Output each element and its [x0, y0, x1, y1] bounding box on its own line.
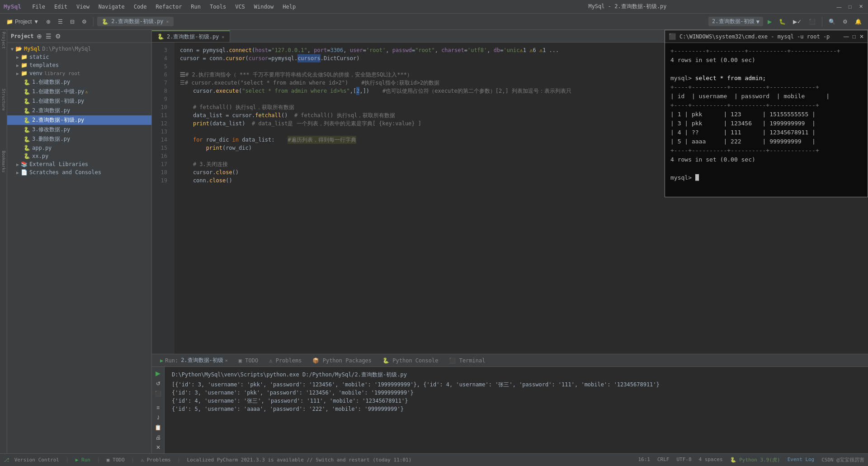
bottom-tab-run[interactable]: ▶ Run: 2.查询数据-初级 ✕ [156, 356, 232, 365]
tree-item-app[interactable]: 🐍 app.py [7, 144, 151, 152]
close-button[interactable]: ✕ [857, 3, 864, 10]
toolbar-layout-btn[interactable]: ☰ [55, 17, 66, 27]
run-config-dropdown[interactable]: 2.查询数据-初级 ▼ [708, 17, 763, 26]
tree-arrow-extlibs: ▶ [16, 162, 19, 167]
run-section: 2.查询数据-初级 ▼ ▶ 🐛 ▶✓ ⬛ 🔍 ⚙ 🔔 [708, 17, 864, 27]
cmd-minimize-btn[interactable]: — [844, 33, 849, 40]
bottom-tab-terminal[interactable]: ⬛ Terminal [444, 357, 490, 365]
file-tab-close[interactable]: ✕ [166, 19, 169, 24]
bottom-tab-todo[interactable]: ▣ TODO [234, 357, 263, 365]
toolbar-sync-btn[interactable]: ⊕ [43, 17, 53, 27]
tree-label-create-mid: 1.创建数据-中级.py [32, 88, 84, 95]
run-play-btn[interactable]: ▶ [155, 369, 161, 378]
run-print-btn[interactable]: 🖨 [155, 433, 162, 442]
title-bar-left: MySql FileEditViewNavigateCodeRefactorRu… [4, 3, 420, 11]
project-label-vert: Project [1, 32, 6, 49]
py-icon-1: 🐍 [24, 79, 30, 86]
search-button[interactable]: 🔍 [826, 17, 838, 27]
menu-item-view[interactable]: View [75, 3, 91, 11]
cursor-position[interactable]: 16:1 [638, 456, 650, 463]
encoding[interactable]: UTF-8 [676, 456, 691, 463]
line-ending[interactable]: CRLF [657, 456, 670, 463]
bookmarks-label-vert: Bookmarks [1, 151, 6, 173]
tree-label-static: static [29, 54, 49, 60]
project-dropdown[interactable]: 📁 Project ▼ [4, 17, 42, 27]
sidebar-add-btn[interactable]: ⊕ [36, 32, 43, 41]
run-tree-btn[interactable]: 📋 [154, 423, 162, 432]
debug-button[interactable]: 🐛 [776, 17, 788, 27]
tree-item-static[interactable]: ▶ 📁 static [7, 53, 151, 61]
tree-item-create-basic[interactable]: 🐍 1.创建数据-初级.py [7, 96, 151, 106]
run-panel-content: ▶ ↺ ⬛ ≡ ⤸ 📋 🖨 ✕ D:\Python\MySql\venv\Scr… [152, 367, 868, 453]
run-cmd-line: D:\Python\MySql\venv\Scripts\python.exe … [172, 371, 861, 379]
todo-status-label: ▣ TODO [107, 457, 125, 463]
menu-item-edit[interactable]: Edit [52, 3, 69, 11]
status-bar: ⎇ Version Control | ▶ Run | ▣ TODO | ⚠ P… [0, 453, 868, 466]
bottom-tab-problems[interactable]: ⚠ Problems [264, 357, 306, 365]
run-output-line-1: [{'id': 3, 'username': 'pkk', 'password'… [172, 380, 861, 389]
run-tab-label: Run: [165, 357, 178, 364]
tree-root-item[interactable]: ▼ 📂 MySql D:\Python\MySql [7, 45, 151, 53]
cmd-close-btn[interactable]: ✕ [859, 33, 864, 40]
run-wrap-btn[interactable]: ⤸ [155, 414, 161, 422]
editor-tab-active[interactable]: 🐍 2.查询数据-初级.py ✕ [152, 30, 230, 42]
tree-item-create1[interactable]: 🐍 1.创建数据.py [7, 77, 151, 87]
tree-item-create-mid[interactable]: 🐍 1.创建数据-中级.py ⚠ [7, 87, 151, 96]
menu-item-help[interactable]: Help [281, 3, 297, 11]
editor-tab-close[interactable]: ✕ [222, 34, 224, 39]
tree-item-ext-libs[interactable]: ▶ 📚 External Libraries [7, 160, 151, 168]
menu-item-tools[interactable]: Tools [208, 3, 228, 11]
tree-item-templates[interactable]: ▶ 📁 templates [7, 61, 151, 69]
scratches-icon: 📄 [21, 169, 28, 176]
toolbar-gear-btn[interactable]: ⚙ [79, 17, 90, 27]
menu-item-window[interactable]: Window [252, 3, 275, 11]
tree-item-xx[interactable]: 🐍 xx.py [7, 152, 151, 160]
run-close-btn[interactable]: ✕ [155, 443, 161, 452]
run-scroll-btn[interactable]: ≡ [156, 404, 160, 412]
status-sep1: | [66, 457, 69, 463]
notifications-button[interactable]: 🔔 [852, 17, 864, 27]
tree-item-query[interactable]: 🐍 2.查询数据.py [7, 106, 151, 115]
sidebar-more-btn[interactable]: ⚙ [54, 32, 62, 41]
run-button[interactable]: ▶ [765, 17, 774, 27]
cmd-maximize-btn[interactable]: □ [853, 33, 856, 40]
coverage-button[interactable]: ▶✓ [790, 17, 804, 27]
bottom-tab-console[interactable]: 🐍 Python Console [378, 357, 443, 365]
stop-button[interactable]: ⬛ [806, 17, 818, 27]
run-output-line-3: {'id': 4, 'username': '张三', 'password': … [172, 397, 861, 405]
venv-folder-icon: 📁 [21, 70, 28, 76]
bottom-tab-packages[interactable]: 📦 Python Packages [308, 357, 376, 365]
tree-item-query-basic[interactable]: 🐍 2.查询数据-初级.py [7, 115, 151, 125]
status-sep4: | [177, 457, 180, 463]
run-config-label: 2.查询数据-初级 [712, 18, 755, 25]
menu-item-file[interactable]: File [30, 3, 47, 11]
menu-item-refactor[interactable]: Refactor [154, 3, 184, 11]
menu-item-code[interactable]: Code [132, 3, 149, 11]
settings-button[interactable]: ⚙ [840, 17, 850, 27]
problems-status-label: ⚠ Problems [141, 457, 170, 463]
indent[interactable]: 4 spaces [699, 456, 723, 463]
python-version[interactable]: 🐍 Python 3.9(虎) [730, 456, 780, 463]
toolbar-split-btn[interactable]: ⊟ [67, 17, 77, 27]
tree-label-query-basic: 2.查询数据-初级.py [32, 116, 84, 124]
sidebar-collapse-btn[interactable]: ☰ [45, 32, 52, 41]
minimize-button[interactable]: — [835, 3, 843, 10]
sidebar-header: Project ⊕ ☰ ⚙ [7, 30, 151, 43]
run-config-arrow: ▼ [756, 19, 760, 25]
tree-item-venv[interactable]: ▶ 📁 venv library root [7, 69, 151, 77]
event-log[interactable]: Event Log [788, 456, 815, 463]
tree-item-scratches[interactable]: ▶ 📄 Scratches and Consoles [7, 168, 151, 176]
run-tab-close[interactable]: ✕ [225, 358, 228, 363]
menu-item-run[interactable]: Run [189, 3, 203, 11]
menu-item-vcs[interactable]: VCS [233, 3, 247, 11]
run-stop-btn[interactable]: ⬛ [154, 390, 162, 398]
tree-item-modify[interactable]: 🐍 3.修改数据.py [7, 125, 151, 134]
run-rerun-btn[interactable]: ↺ [155, 380, 161, 388]
menu-item-navigate[interactable]: Navigate [97, 3, 127, 11]
templates-folder-icon: 📁 [21, 62, 28, 68]
tree-item-delete[interactable]: 🐍 3.删除数据.py [7, 134, 151, 144]
maximize-button[interactable]: □ [846, 3, 854, 10]
left-activity-bar: Project Structure Bookmarks [0, 30, 7, 453]
project-tree: ▼ 📂 MySql D:\Python\MySql ▶ 📁 static ▶ 📁… [7, 43, 151, 453]
open-file-tab[interactable]: 🐍 2.查询数据-初级.py ✕ [97, 17, 173, 26]
